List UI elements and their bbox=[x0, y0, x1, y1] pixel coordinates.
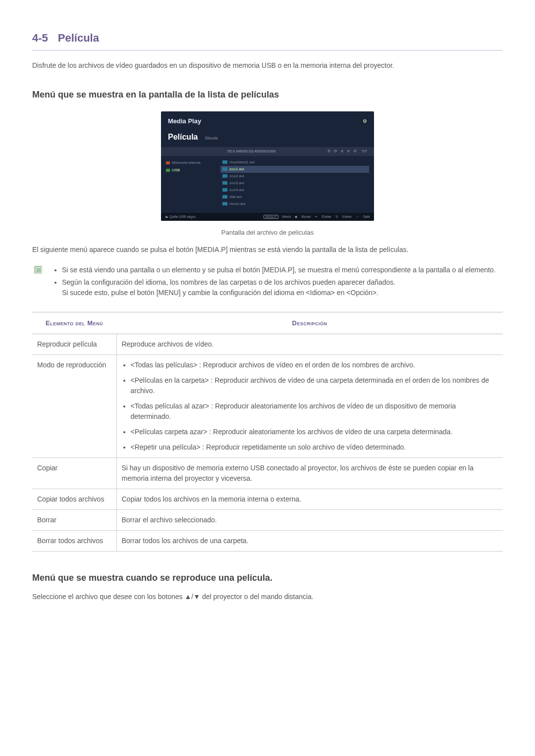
video-file-icon bbox=[222, 167, 227, 171]
media-play-screenshot: Media Play ⚙ Película /Movie 55.6 MB/00:… bbox=[161, 111, 374, 221]
ss-sidebar: Memoria interna USB bbox=[161, 156, 220, 213]
paragraph-media-p-note: El siguiente menú aparece cuando se puls… bbox=[32, 245, 503, 255]
table-body: Reproducir película Reproduce archivos d… bbox=[32, 334, 503, 552]
ss-footer: ⏏ Quita USB segur.. Media.P Menú ◆ Mover… bbox=[161, 213, 374, 221]
screenshot-caption: Pantalla del archivo de películas bbox=[32, 228, 503, 238]
ss-file-item: zoo4.avi bbox=[220, 187, 369, 194]
repeat-icon: ↻ bbox=[327, 149, 331, 154]
screenshot-container: Media Play ⚙ Película /Movie 55.6 MB/00:… bbox=[32, 111, 503, 224]
video-file-icon bbox=[222, 160, 227, 164]
ss-count: 7/7 bbox=[362, 149, 367, 154]
note-icon bbox=[34, 266, 42, 274]
ss-file-item: star.avi bbox=[220, 194, 369, 201]
subheading-movie-list-menu: Menú que se muestra en la pantalla de la… bbox=[32, 88, 503, 101]
note-block: Si se está viendo una pantalla o un elem… bbox=[32, 265, 503, 300]
loop-icon: ↺ bbox=[353, 149, 357, 154]
paragraph-select-file: Seleccione el archivo que desee con los … bbox=[32, 592, 503, 602]
subheading-playback-menu: Menú que se muestra cuando se reproduce … bbox=[32, 571, 503, 585]
ss-side-internal: Memoria interna bbox=[166, 160, 215, 166]
ss-file-item: zoo1.avi bbox=[220, 166, 369, 173]
intro-text: Disfrute de los archivos de vídeo guarda… bbox=[32, 60, 503, 71]
video-file-icon bbox=[222, 202, 227, 205]
table-row: Borrar Borrar el archivo seleccionado. bbox=[32, 510, 503, 531]
ss-status-info: 55.6 MB/00:03:48/500X268 bbox=[227, 149, 275, 154]
video-file-icon bbox=[222, 188, 227, 192]
note-item: Si se está viendo una pantalla o un elem… bbox=[62, 265, 496, 275]
menu-table: Elemento del Menú Descripción Reproducir… bbox=[32, 312, 503, 552]
note-list: Si se está viendo una pantalla o un elem… bbox=[50, 265, 496, 300]
shuffle-icon: ⤨ bbox=[340, 149, 344, 154]
ss-logo-icon: ⚙ bbox=[363, 117, 367, 125]
table-row: Copiar todos archivos Copiar todos los a… bbox=[32, 489, 503, 510]
table-row: Modo de reproducción <Todas las película… bbox=[32, 355, 503, 458]
ss-pelicula-label: Película bbox=[168, 131, 198, 143]
ss-footer-left: ⏏ Quita USB segur.. bbox=[165, 214, 197, 220]
section-number: 4-5 bbox=[32, 30, 48, 46]
video-file-icon bbox=[222, 174, 227, 178]
note-item: Según la configuración del idioma, los n… bbox=[62, 277, 496, 298]
ss-footer-right: Media.P Menú ◆ Mover ↵ Entrar ↻ Volver →… bbox=[261, 214, 370, 220]
ss-file-item: moon.avi bbox=[220, 201, 369, 207]
table-row: Reproducir película Reproduce archivos d… bbox=[32, 334, 503, 355]
video-file-icon bbox=[222, 181, 227, 185]
table-row: Copiar Si hay un dispositivo de memoria … bbox=[32, 458, 503, 489]
desc-list: <Todas las películas> : Reproducir archi… bbox=[122, 360, 498, 453]
ss-file-list: movietest1.avi zoo1.avi zoo2.avi zoo3.av… bbox=[220, 156, 374, 213]
video-file-icon bbox=[222, 195, 227, 199]
section-header: 4-5 Película bbox=[32, 30, 503, 50]
shuffle2-icon: ⤧ bbox=[347, 149, 350, 154]
ss-file-item: movietest1.avi bbox=[220, 159, 369, 166]
table-header-item: Elemento del Menú bbox=[32, 312, 116, 334]
ss-file-item: zoo3.avi bbox=[220, 180, 369, 187]
usb-icon bbox=[166, 169, 170, 172]
ss-foot-mediap: Media.P bbox=[264, 215, 278, 219]
section-title: Película bbox=[58, 30, 99, 46]
table-header-desc: Descripción bbox=[116, 312, 503, 334]
ss-status-icons: ↻ ⟳ ⤨ ⤧ ↺ bbox=[327, 149, 357, 154]
table-row: Borrar todos archivos Borrar todos los a… bbox=[32, 531, 503, 552]
internal-memory-icon bbox=[166, 161, 170, 164]
ss-file-item: zoo2.avi bbox=[220, 173, 369, 180]
refresh-icon: ⟳ bbox=[334, 149, 337, 154]
ss-side-usb: USB bbox=[166, 167, 215, 173]
ss-media-play-label: Media Play bbox=[168, 116, 201, 126]
ss-path-label: /Movie bbox=[205, 135, 218, 142]
